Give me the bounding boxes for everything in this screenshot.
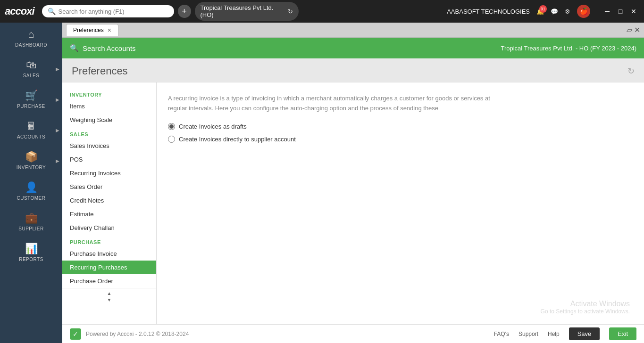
topbar: accoxi 🔍 + Tropical Treasures Pvt Ltd.(H… [0,0,644,23]
footer-help-link[interactable]: Help [548,331,560,337]
exit-button[interactable]: Exit [609,327,636,340]
preferences-body: INVENTORY Items Weighing Scale SALES Sal… [62,82,644,324]
preferences-header: Preferences ↻ [62,58,644,82]
nav-item-items[interactable]: Items [62,99,156,113]
accounts-arrow-icon: ▶ [56,127,59,132]
sidebar-item-reports[interactable]: 📊 REPORTS [0,237,62,268]
refresh-icon[interactable]: ↻ [288,8,293,15]
footer-logo: ✓ [70,328,81,340]
sidebar-label-dashboard: DASHBOARD [15,42,47,48]
company-selector-text: Tropical Treasures Pvt Ltd.(HO) [201,4,285,18]
company-selector[interactable]: Tropical Treasures Pvt Ltd.(HO) ↻ [195,2,299,21]
purchase-arrow-icon: ▶ [56,97,59,102]
supplier-icon: 💼 [25,212,38,224]
tab-bar: Preferences × ▱ ✕ [62,23,644,38]
sidebar-label-inventory: INVENTORY [17,165,46,170]
nav-item-credit-notes[interactable]: Credit Notes [62,194,156,207]
sidebar-label-sales: SALES [23,73,40,78]
inventory-arrow-icon: ▶ [56,158,59,163]
footer-support-link[interactable]: Support [519,331,538,337]
radio-option-drafts[interactable]: Create Invoices as drafts [168,123,633,130]
add-button[interactable]: + [178,5,191,18]
nav-item-weighing-scale[interactable]: Weighing Scale [62,113,156,127]
sidebar-label-reports: REPORTS [19,257,43,262]
green-header: 🔍 Search Accounts Tropical Treasures Pvt… [62,38,644,58]
sales-arrow-icon: ▶ [56,66,59,71]
nav-item-recurring-invoices[interactable]: Recurring Invoices [62,166,156,180]
search-accounts-label[interactable]: Search Accounts [83,44,136,52]
nav-item-purchase-invoice[interactable]: Purchase Invoice [62,247,156,261]
sidebar-label-customer: CUSTOMER [17,196,45,201]
nav-item-delivery-challan[interactable]: Delivery Challan [62,221,156,235]
company-name-label: AABASOFT TECHNOLOGIES [447,8,530,15]
preferences-wrapper: Preferences ↻ INVENTORY Items Weighing S… [62,58,644,324]
topbar-right: AABASOFT TECHNOLOGIES 🔔 91 💬 ⚙ 🍎 ─ □ ✕ [447,5,639,18]
tab-controls: ▱ ✕ [627,25,640,34]
sidebar-label-supplier: SUPPLIER [18,226,43,231]
dashboard-icon: ⌂ [28,28,34,41]
minimize-button[interactable]: ─ [602,6,613,17]
search-bar[interactable]: 🔍 [42,5,174,17]
nav-item-recurring-purchases[interactable]: Recurring Purchases [62,261,156,274]
preferences-nav: INVENTORY Items Weighing Scale SALES Sal… [62,82,157,324]
preferences-description: A recurring invoice is a type of invoici… [168,94,498,114]
nav-item-sales-order[interactable]: Sales Order [62,180,156,194]
avatar[interactable]: 🍎 [577,5,590,18]
nav-scroll-down[interactable]: ▼ [107,297,112,303]
tab-preferences[interactable]: Preferences × [66,24,118,36]
notification-bell[interactable]: 🔔 91 [536,8,544,15]
nav-item-purchase-order[interactable]: Purchase Order [62,274,156,288]
preferences-refresh-icon[interactable]: ↻ [627,66,635,76]
footer: ✓ Powered by Accoxi - 2.0.12 © 2018-2024… [62,324,644,343]
radio-group: Create Invoices as drafts Create Invoice… [168,123,633,143]
settings-icon[interactable]: ⚙ [565,8,570,15]
footer-faqs-link[interactable]: FAQ's [494,331,509,337]
search-input[interactable] [59,8,153,15]
radio-supplier-label: Create Invoices directly to supplier acc… [179,136,296,143]
footer-right: FAQ's Support Help Save Exit [494,327,636,340]
nav-scroll-up[interactable]: ▲ [107,290,112,297]
notification-count: 91 [539,5,547,13]
maximize-button[interactable]: □ [615,6,626,17]
nav-section-inventory: INVENTORY [62,87,156,99]
nav-section-purchase: PURCHASE [62,235,156,247]
tab-fullclose-button[interactable]: ✕ [634,25,640,34]
app-logo: accoxi [5,5,34,17]
nav-section-sales: SALES [62,127,156,139]
inventory-icon: 📦 [25,151,38,163]
nav-item-pos[interactable]: POS [62,153,156,166]
sidebar-item-supplier[interactable]: 💼 SUPPLIER [0,206,62,237]
window-controls: ─ □ ✕ [602,6,639,17]
radio-drafts-label: Create Invoices as drafts [179,123,247,130]
sales-icon: 🛍 [26,59,36,71]
sidebar-item-dashboard[interactable]: ⌂ DASHBOARD [0,23,62,53]
footer-powered-by: Powered by Accoxi - 2.0.12 © 2018-2024 [86,331,189,337]
purchase-icon: 🛒 [25,90,38,102]
close-button[interactable]: ✕ [628,6,639,17]
tab-preferences-close[interactable]: × [108,26,111,34]
save-button[interactable]: Save [569,327,600,340]
search-accounts-icon: 🔍 [70,44,79,52]
radio-option-supplier[interactable]: Create Invoices directly to supplier acc… [168,136,633,143]
company-info-label: Tropical Treasures Pvt Ltd. - HO (FY 202… [501,45,636,52]
sidebar-item-purchase[interactable]: 🛒 PURCHASE ▶ [0,84,62,114]
chat-icon[interactable]: 💬 [551,8,558,15]
sidebar-item-accounts[interactable]: 🖩 ACCOUNTS ▶ [0,114,62,145]
tab-preferences-label: Preferences [73,27,104,33]
nav-item-estimate[interactable]: Estimate [62,207,156,221]
content-area: Preferences × ▱ ✕ 🔍 Search Accounts Trop… [62,23,644,343]
reports-icon: 📊 [25,243,38,255]
sidebar-item-customer[interactable]: 👤 CUSTOMER [0,176,62,206]
sidebar-label-purchase: PURCHASE [17,104,45,109]
radio-supplier[interactable] [168,136,175,143]
accounts-icon: 🖩 [26,120,36,132]
sidebar-item-inventory[interactable]: 📦 INVENTORY ▶ [0,145,62,176]
sidebar-item-sales[interactable]: 🛍 SALES ▶ [0,53,62,84]
preferences-title: Preferences [72,65,128,77]
tab-restore-button[interactable]: ▱ [627,25,632,34]
search-icon: 🔍 [48,8,56,15]
nav-scroll-arrows: ▲ ▼ [62,288,156,305]
radio-drafts[interactable] [168,123,175,130]
nav-item-sales-invoices[interactable]: Sales Invoices [62,139,156,153]
sidebar: ⌂ DASHBOARD 🛍 SALES ▶ 🛒 PURCHASE ▶ 🖩 ACC… [0,23,62,343]
